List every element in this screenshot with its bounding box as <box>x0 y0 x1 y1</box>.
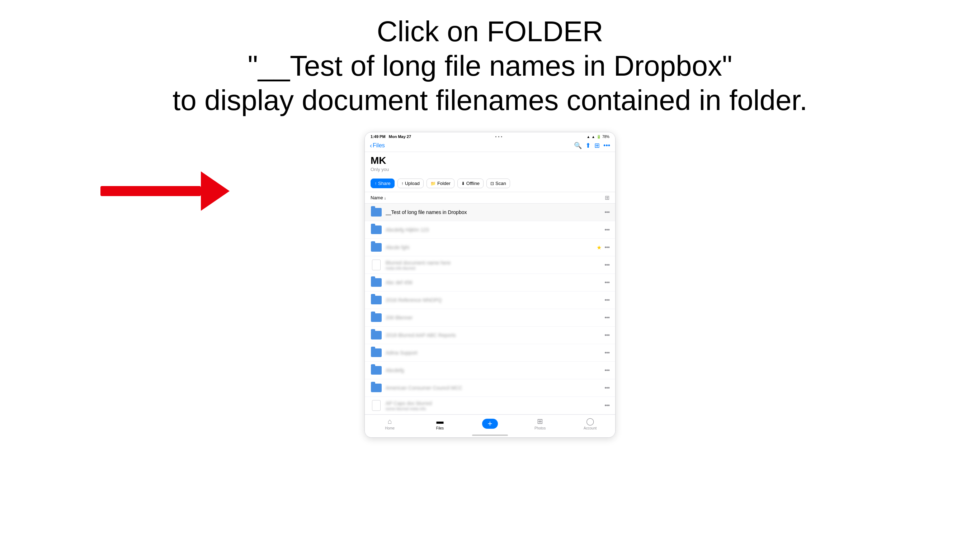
more-icon-6[interactable]: ••• <box>605 314 609 321</box>
file-actions-6: ••• <box>605 314 609 321</box>
tab-photos[interactable]: ⊞ Photos <box>515 417 565 430</box>
file-actions-4: ••• <box>605 279 609 286</box>
toolbar: ↑ Share ↑ Upload 📁 Folder ⬇ Offline ⊡ Sc… <box>365 176 615 192</box>
file-item-3[interactable]: Blurred document name here meta info blu… <box>365 256 615 274</box>
arrow-shaft <box>100 186 201 196</box>
file-actions-9: ••• <box>605 367 609 373</box>
instruction-line1: Click on FOLDER <box>0 14 980 49</box>
file-item-target[interactable]: __Test of long file names in Dropbox ••• <box>365 203 615 221</box>
account-tab-icon: ◯ <box>586 417 594 426</box>
upload-icon[interactable]: ⬆ <box>585 141 591 149</box>
column-header-actions[interactable]: ⊞ <box>605 194 609 201</box>
file-name-0: __Test of long file names in Dropbox <box>386 210 605 215</box>
scan-label: Scan <box>495 181 506 186</box>
more-icon[interactable]: ••• <box>603 142 610 149</box>
more-icon-3[interactable]: ••• <box>605 262 609 268</box>
scan-icon: ⊡ <box>490 181 494 186</box>
more-icon-5[interactable]: ••• <box>605 297 609 303</box>
folder-icon-toolbar: 📁 <box>430 181 436 186</box>
file-info-4: Abc def 456 <box>386 279 605 285</box>
file-item-1[interactable]: Abcdefg Hijklm 123 ••• <box>365 221 615 239</box>
more-icon-7[interactable]: ••• <box>605 332 609 338</box>
star-icon-2[interactable]: ★ <box>597 244 601 251</box>
status-time: 1:49 PM Mon May 27 <box>371 135 411 139</box>
device-frame: 1:49 PM Mon May 27 • • • ▲ ▲ 🔋 78% ‹ Fil… <box>364 132 616 438</box>
more-icon-0[interactable]: ••• <box>605 209 609 216</box>
signal-icon: ▲ <box>592 135 595 139</box>
tab-account[interactable]: ◯ Account <box>565 417 615 430</box>
column-header: Name ↓ ⊞ <box>365 192 615 203</box>
tab-plus[interactable]: + <box>465 419 515 429</box>
battery-icon: 🔋 <box>597 135 601 139</box>
file-item-9[interactable]: Abcdefg ••• <box>365 362 615 379</box>
files-tab-icon: ▬ <box>436 417 443 426</box>
file-name-9: Abcdefg <box>386 367 605 373</box>
home-indicator <box>365 434 615 437</box>
folder-label: Folder <box>437 181 450 186</box>
file-item-2[interactable]: Abcde fghi ★ ••• <box>365 239 615 256</box>
nav-bar: ‹ Files 🔍 ⬆ ⊞ ••• <box>365 140 615 152</box>
file-item-7[interactable]: 2018 Blurred AAP ABC Reports ••• <box>365 327 615 344</box>
more-icon-1[interactable]: ••• <box>605 227 609 233</box>
file-item-6[interactable]: 200 Blenner ••• <box>365 309 615 327</box>
upload-icon-toolbar: ↑ <box>401 181 404 186</box>
file-actions-11: ••• <box>605 402 609 409</box>
instruction-line3: to display document filenames contained … <box>0 83 980 118</box>
file-info-3: Blurred document name here meta info blu… <box>386 260 605 270</box>
plus-button[interactable]: + <box>482 419 498 429</box>
file-actions-8: ••• <box>605 349 609 356</box>
add-drive-icon[interactable]: ⊞ <box>594 141 600 149</box>
folder-icon-7 <box>371 329 382 341</box>
upload-button[interactable]: ↑ Upload <box>398 178 424 188</box>
file-info-11: AP Caps doc blurred some blurred meta in… <box>386 400 605 411</box>
file-name-7: 2018 Blurred AAP ABC Reports <box>386 332 605 338</box>
search-icon[interactable]: 🔍 <box>574 141 582 149</box>
wifi-icon: ▲ <box>587 135 590 139</box>
file-info-6: 200 Blenner <box>386 315 605 321</box>
main-content: 1:49 PM Mon May 27 • • • ▲ ▲ 🔋 78% ‹ Fil… <box>0 132 980 438</box>
share-label: Share <box>378 181 391 186</box>
file-item-4[interactable]: Abc def 456 ••• <box>365 274 615 291</box>
tab-files[interactable]: ▬ Files <box>415 417 465 430</box>
page-header: MK Only you <box>365 152 615 176</box>
file-info-10: American Consumer Council MCC <box>386 385 605 391</box>
file-list: __Test of long file names in Dropbox •••… <box>365 203 615 414</box>
more-icon-11[interactable]: ••• <box>605 402 609 409</box>
account-tab-label: Account <box>584 426 597 430</box>
file-item-8[interactable]: Adina Support ••• <box>365 344 615 362</box>
more-icon-2[interactable]: ••• <box>605 244 609 251</box>
upload-label: Upload <box>405 181 420 186</box>
offline-icon: ⬇ <box>461 181 465 186</box>
folder-icon-0 <box>371 206 382 218</box>
offline-button[interactable]: ⬇ Offline <box>457 178 484 188</box>
file-item-10[interactable]: American Consumer Council MCC ••• <box>365 379 615 397</box>
share-icon: ↑ <box>374 181 377 186</box>
file-name-5: 2016 Reference MNOPQ <box>386 297 605 303</box>
folder-icon-1 <box>371 224 382 235</box>
file-info-1: Abcdefg Hijklm 123 <box>386 227 605 233</box>
file-name-3: Blurred document name here <box>386 260 605 266</box>
file-info-8: Adina Support <box>386 350 605 356</box>
more-icon-4[interactable]: ••• <box>605 279 609 286</box>
arrow-head <box>201 171 229 211</box>
more-icon-10[interactable]: ••• <box>605 385 609 391</box>
folder-icon-10 <box>371 382 382 394</box>
file-item-5[interactable]: 2016 Reference MNOPQ ••• <box>365 291 615 309</box>
page-subtitle: Only you <box>371 167 609 172</box>
folder-button[interactable]: 📁 Folder <box>426 178 455 188</box>
file-actions-1: ••• <box>605 227 609 233</box>
file-name-4: Abc def 456 <box>386 279 605 285</box>
more-icon-9[interactable]: ••• <box>605 367 609 373</box>
file-name-10: American Consumer Council MCC <box>386 385 605 391</box>
scan-button[interactable]: ⊡ Scan <box>487 178 510 188</box>
home-bar <box>472 435 508 436</box>
name-column-header[interactable]: Name ↓ <box>371 195 386 200</box>
back-chevron-icon: ‹ <box>370 142 372 149</box>
more-icon-8[interactable]: ••• <box>605 349 609 356</box>
tab-home[interactable]: ⌂ Home <box>365 417 415 430</box>
instruction-line2: "__Test of long file names in Dropbox" <box>0 49 980 83</box>
back-button[interactable]: ‹ Files <box>370 142 385 149</box>
file-item-11[interactable]: AP Caps doc blurred some blurred meta in… <box>365 397 615 414</box>
doc-icon-11 <box>371 400 382 411</box>
share-button[interactable]: ↑ Share <box>371 178 395 188</box>
